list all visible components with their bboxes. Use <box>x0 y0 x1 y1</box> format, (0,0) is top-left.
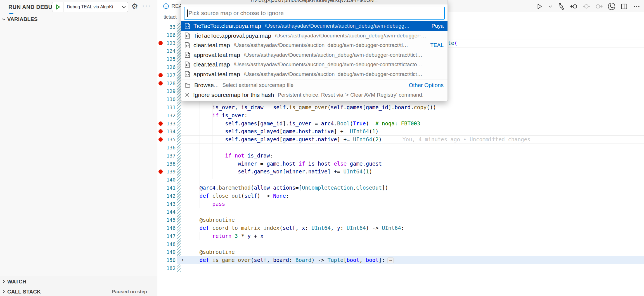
code-line-138[interactable]: 138 winner = game.host if is_host else g… <box>157 160 644 168</box>
line-number: 143 <box>160 200 176 208</box>
quickpick-item[interactable]: TicTacToe.approval.puya.map/Users/asthay… <box>181 31 448 41</box>
start-debug-button[interactable] <box>52 2 63 12</box>
quickpick-item[interactable]: TicTacToe.clear.puya.map/Users/asthayada… <box>181 21 448 31</box>
code-line-144[interactable]: 144 <box>157 208 644 216</box>
quickpick-widget: /fVl5zgXjJdxl7pmobtOepkRfduMyetXqW15FlFt… <box>181 0 448 101</box>
code-line-149[interactable]: 149 @subroutine <box>157 248 644 256</box>
quickpick-item-path: /Users/asthayadav/Documents/auction_debu… <box>234 42 408 48</box>
quickpick-item[interactable]: clear.teal.map/Users/asthayadav/Document… <box>181 60 448 70</box>
line-number: 134 <box>160 127 176 135</box>
quickpick-item-path: /Users/asthayadav/Documents/auction_debu… <box>244 52 422 58</box>
text-caret <box>187 9 188 17</box>
quickpick-title-hash: /fVl5zgXjJdxl7pmobtOepkRfduMyetXqW15FlFt… <box>181 0 448 4</box>
code-line-142[interactable]: 142 def close_out(self) -> None: <box>157 192 644 200</box>
code-line-148[interactable]: 148 <box>157 240 644 248</box>
code-line-150[interactable]: 150› def is_game_over(self, board: Board… <box>157 256 644 264</box>
step-current-icon[interactable] <box>582 2 591 11</box>
line-number: 149 <box>160 248 176 256</box>
chevron-right-icon <box>0 289 7 294</box>
quickpick-item-badge: TEAL <box>426 42 444 48</box>
code-line-135[interactable]: 135 self.games_played[game.guest.native]… <box>157 135 644 144</box>
line-number: 136 <box>160 144 176 152</box>
quickpick-item[interactable]: approval.teal.map/Users/asthayadav/Docum… <box>181 70 448 79</box>
line-number: 147 <box>160 232 176 240</box>
code-text: if is_over: <box>187 111 247 120</box>
info-icon <box>163 3 169 9</box>
code-text: self.games[game_id].is_over = arc4.Bool(… <box>187 120 420 128</box>
more-actions-icon[interactable]: ··· <box>142 0 151 11</box>
code-line-145[interactable]: 145 @subroutine <box>157 216 644 224</box>
sidebar-title: RUN AND DEBUG <box>8 4 57 10</box>
sidebar-section-watch[interactable]: WATCH <box>0 276 157 287</box>
sidebar-section-call-stack[interactable]: CALL STACK Paused on step <box>0 287 157 296</box>
quickpick-browse-item[interactable]: Browse... Select external sourcemap file… <box>181 80 448 90</box>
fold-chevron-icon[interactable]: › <box>181 256 183 264</box>
ignore-description: Persistent choice. Reset via '> Clear AV… <box>278 92 424 98</box>
line-number: 133 <box>160 120 176 128</box>
line-number: 129 <box>160 87 176 95</box>
code-line-139[interactable]: 139 self.games_won[winner.native] += UIn… <box>157 168 644 176</box>
code-line-136[interactable]: 136 <box>157 144 644 152</box>
other-options-link[interactable]: Other Options <box>404 82 444 89</box>
step-forward-icon[interactable] <box>595 2 603 11</box>
line-number: 127 <box>160 71 176 79</box>
quickpick-item[interactable]: clear.teal.map/Users/asthayadav/Document… <box>181 40 448 50</box>
code-text: self.games_played[game.guest.native] += … <box>187 135 382 144</box>
debug-config-dropdown[interactable]: Debug TEAL via AlgoKi <box>52 2 128 12</box>
code-line-143[interactable]: 143 pass <box>157 200 644 208</box>
code-text: @arc4.baremethod(allow_actions=[OnComple… <box>187 184 388 192</box>
close-icon <box>185 92 190 97</box>
code-line-140[interactable]: 140 <box>157 176 644 184</box>
chevron-down-icon[interactable] <box>120 4 128 10</box>
editor-toolbar <box>535 1 641 11</box>
code-line-141[interactable]: 141 @arc4.baremethod(allow_actions=[OnCo… <box>157 184 644 192</box>
line-number: 106 <box>160 31 176 39</box>
run-button[interactable] <box>535 2 544 11</box>
line-number: 128 <box>160 79 176 87</box>
quickpick-item-path: /Users/asthayadav/Documents/auction_debu… <box>234 61 422 68</box>
code-line-182[interactable]: 182 <box>157 264 644 272</box>
chevron-down-icon <box>0 17 7 22</box>
sidebar-section-variables[interactable]: VARIABLES <box>0 15 157 24</box>
run-graph-icon[interactable] <box>607 2 616 11</box>
code-line-147[interactable]: 147 return 3 * y + x <box>157 232 644 240</box>
code-line-134[interactable]: 134 self.games_played[game.host.native] … <box>157 127 644 135</box>
code-line-146[interactable]: 146 def coord_to_matrix_index(self, x: U… <box>157 224 644 232</box>
line-number: 146 <box>160 224 176 232</box>
play-icon <box>55 4 61 10</box>
quickpick-item[interactable]: approval.teal.map/Users/asthayadav/Docum… <box>181 50 448 60</box>
file-code-icon <box>185 32 190 39</box>
code-text: @subroutine <box>187 248 235 256</box>
code-line-137[interactable]: 137 if not is_draw: <box>157 152 644 160</box>
code-text: winner = game.host if is_host else game.… <box>187 160 382 168</box>
code-line-133[interactable]: 133 self.games[game_id].is_over = arc4.B… <box>157 120 644 128</box>
split-editor-icon[interactable] <box>620 2 629 11</box>
quickpick-input[interactable]: Pick source map or choose to ignore <box>184 7 445 20</box>
more-actions-icon[interactable] <box>632 2 641 11</box>
arrow-swap-icon[interactable] <box>557 2 566 11</box>
run-dropdown-chevron-icon[interactable] <box>548 2 553 11</box>
code-text: if not is_draw: <box>187 152 273 160</box>
ignore-label: Ignore sourcemap for this hash <box>193 92 274 98</box>
folder-icon <box>185 82 191 88</box>
code-text: self.games_played[game.host.native] += U… <box>187 127 379 135</box>
line-number: 132 <box>160 111 176 120</box>
line-number: 182 <box>160 264 176 272</box>
step-back-icon[interactable] <box>569 2 578 11</box>
code-text: def close_out(self) -> None: <box>187 192 289 200</box>
quickpick-item-label: clear.teal.map <box>193 42 230 49</box>
gear-icon[interactable]: ⚙ <box>131 1 138 11</box>
line-number: 123 <box>160 39 176 47</box>
line-number: 148 <box>160 240 176 248</box>
line-number: 150 <box>160 256 176 264</box>
browse-label: Browse... <box>194 82 219 89</box>
quickpick-item-path: /Users/asthayadav/Documents/auction_debu… <box>275 33 426 39</box>
file-code-icon <box>185 42 190 49</box>
quickpick-ignore-item[interactable]: Ignore sourcemap for this hash Persisten… <box>181 90 448 100</box>
quickpick-item-label: clear.teal.map <box>193 61 230 68</box>
code-line-131[interactable]: 131 is_over, is_draw = self.is_game_over… <box>157 103 644 111</box>
breadcrumb-item[interactable]: tictact <box>164 14 177 20</box>
call-stack-section-label: CALL STACK <box>7 289 41 295</box>
quickpick-item-label: TicTacToe.approval.puya.map <box>193 32 271 39</box>
code-line-132[interactable]: 132 if is_over: <box>157 111 644 120</box>
